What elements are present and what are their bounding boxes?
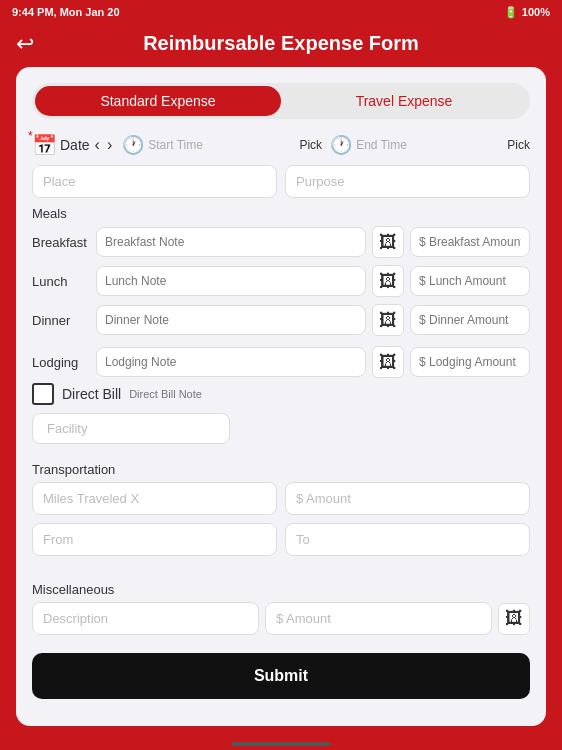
- breakfast-amount-input[interactable]: [410, 227, 530, 257]
- tab-travel[interactable]: Travel Expense: [281, 86, 527, 116]
- transportation-label: Transportation: [32, 462, 530, 477]
- miscellaneous-section: Miscellaneous 🖼: [32, 582, 530, 635]
- breakfast-photo-button[interactable]: 🖼: [372, 226, 404, 258]
- place-input[interactable]: [32, 165, 277, 198]
- photo-icon-4: 🖼: [379, 352, 397, 373]
- misc-row: 🖼: [32, 602, 530, 635]
- lunch-photo-button[interactable]: 🖼: [372, 265, 404, 297]
- lodging-row: Lodging 🖼: [32, 346, 530, 378]
- dinner-photo-button[interactable]: 🖼: [372, 304, 404, 336]
- status-bar: 9:44 PM, Mon Jan 20 🔋 100%: [0, 0, 562, 24]
- place-purpose-row: [32, 165, 530, 198]
- start-time-placeholder: Start Time: [148, 138, 295, 152]
- lunch-note-input[interactable]: [96, 266, 366, 296]
- date-prev-button[interactable]: ‹: [93, 136, 102, 154]
- battery-icon: 🔋: [504, 6, 518, 19]
- dinner-label: Dinner: [32, 313, 90, 328]
- lunch-row: Lunch 🖼: [32, 265, 530, 297]
- end-time-group: 🕐 End Time Pick: [330, 134, 530, 156]
- tab-bar: Standard Expense Travel Expense: [32, 83, 530, 119]
- tab-standard[interactable]: Standard Expense: [35, 86, 281, 116]
- misc-photo-button[interactable]: 🖼: [498, 603, 530, 635]
- date-row: * 📅 Date ‹ › 🕐 Start Time Pick 🕐 End Tim…: [32, 133, 530, 157]
- purpose-input[interactable]: [285, 165, 530, 198]
- direct-bill-checkbox[interactable]: [32, 383, 54, 405]
- lodging-label: Lodging: [32, 355, 90, 370]
- home-bar: [231, 742, 331, 746]
- submit-button[interactable]: Submit: [32, 653, 530, 699]
- back-button[interactable]: ↩: [16, 31, 34, 57]
- lunch-amount-input[interactable]: [410, 266, 530, 296]
- transport-amount-input[interactable]: [285, 482, 530, 515]
- misc-amount-input[interactable]: [265, 602, 492, 635]
- date-label: Date: [60, 137, 90, 153]
- photo-icon-5: 🖼: [505, 608, 523, 629]
- lodging-section: Lodging 🖼 Direct Bill: [32, 346, 530, 452]
- battery-level: 100%: [522, 6, 550, 18]
- calendar-icon: 📅: [32, 133, 57, 157]
- page-title: Reimbursable Expense Form: [143, 32, 419, 55]
- home-indicator: [0, 736, 562, 750]
- start-time-group: 🕐 Start Time Pick: [122, 134, 322, 156]
- meals-label: Meals: [32, 206, 530, 221]
- transportation-section: Transportation: [32, 462, 530, 572]
- lodging-photo-button[interactable]: 🖼: [372, 346, 404, 378]
- direct-bill-label: Direct Bill: [62, 386, 121, 402]
- transport-row-1: [32, 482, 530, 515]
- header: ↩ Reimbursable Expense Form: [0, 24, 562, 67]
- miles-traveled-input[interactable]: [32, 482, 277, 515]
- to-input[interactable]: [285, 523, 530, 556]
- dinner-amount-input[interactable]: [410, 305, 530, 335]
- date-next-button[interactable]: ›: [105, 136, 114, 154]
- photo-icon-2: 🖼: [379, 271, 397, 292]
- description-input[interactable]: [32, 602, 259, 635]
- end-clock-icon: 🕐: [330, 134, 352, 156]
- breakfast-row: Breakfast 🖼: [32, 226, 530, 258]
- end-time-placeholder: End Time: [356, 138, 503, 152]
- facility-row: [32, 413, 530, 452]
- transport-row-2: [32, 523, 530, 556]
- direct-bill-note-input[interactable]: [129, 388, 530, 400]
- miscellaneous-label: Miscellaneous: [32, 582, 530, 597]
- status-right: 🔋 100%: [504, 6, 550, 19]
- facility-input[interactable]: [32, 413, 230, 444]
- status-time: 9:44 PM, Mon Jan 20: [12, 6, 120, 18]
- breakfast-label: Breakfast: [32, 235, 90, 250]
- photo-icon-3: 🖼: [379, 310, 397, 331]
- end-time-pick-button[interactable]: Pick: [507, 138, 530, 152]
- direct-bill-row: Direct Bill: [32, 383, 530, 405]
- dinner-note-input[interactable]: [96, 305, 366, 335]
- lodging-note-input[interactable]: [96, 347, 366, 377]
- form-card: Standard Expense Travel Expense * 📅 Date…: [16, 67, 546, 726]
- start-clock-icon: 🕐: [122, 134, 144, 156]
- from-input[interactable]: [32, 523, 277, 556]
- breakfast-note-input[interactable]: [96, 227, 366, 257]
- start-time-pick-button[interactable]: Pick: [299, 138, 322, 152]
- required-indicator: *: [28, 129, 33, 143]
- lunch-label: Lunch: [32, 274, 90, 289]
- photo-icon: 🖼: [379, 232, 397, 253]
- dinner-row: Dinner 🖼: [32, 304, 530, 336]
- lodging-amount-input[interactable]: [410, 347, 530, 377]
- meals-section: Meals Breakfast 🖼 Lunch 🖼 Dinner 🖼: [32, 206, 530, 336]
